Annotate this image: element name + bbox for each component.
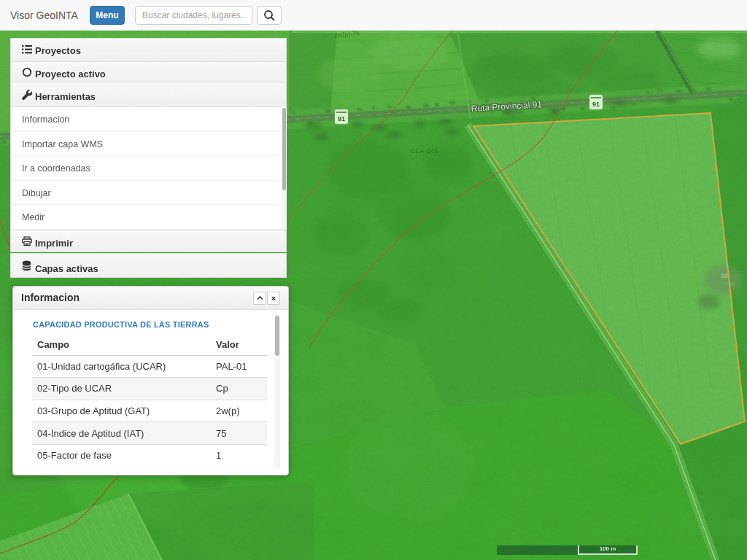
svg-text:CLA-04b: CLA-04b [411, 147, 438, 155]
svg-text:91: 91 [338, 115, 345, 122]
svg-text:91: 91 [592, 101, 600, 108]
